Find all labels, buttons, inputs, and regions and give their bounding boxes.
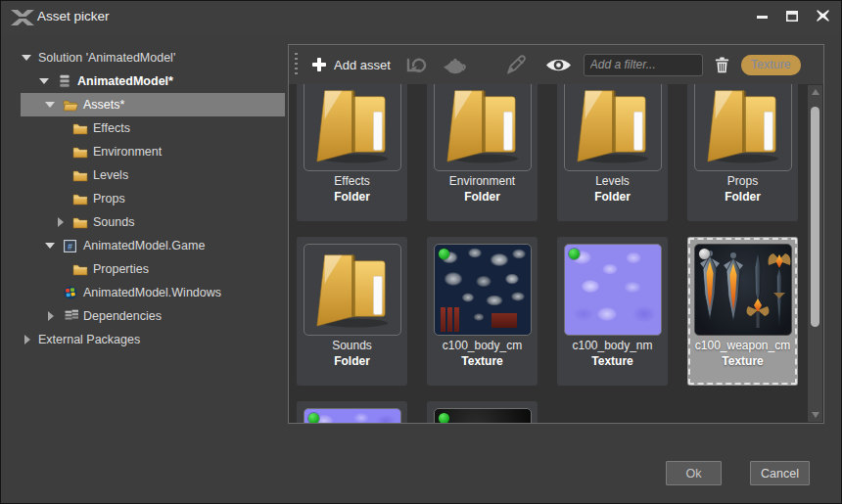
folder-icon (71, 215, 88, 229)
folder-icon (71, 121, 88, 135)
add-asset-button[interactable]: Add asset (308, 55, 394, 74)
maximize-icon[interactable] (785, 9, 799, 23)
folder-icon (71, 145, 88, 159)
tree-item-solution[interactable]: Solution 'AnimatedModel' (21, 46, 285, 69)
tree-item-dependencies[interactable]: Dependencies (21, 304, 285, 328)
view-options-button[interactable] (542, 55, 575, 75)
title-bar[interactable]: Asset picker (1, 1, 841, 34)
folder-icon (71, 168, 88, 182)
csharp-project-icon: # (62, 240, 78, 252)
asset-grid: Effects Folder Environment Folder Levels… (289, 84, 807, 423)
asset-toolbar: Add asset (289, 45, 823, 84)
folder-icon (309, 250, 396, 330)
references-icon (62, 309, 78, 323)
expand-icon[interactable] (21, 333, 34, 346)
svg-text:#: # (68, 241, 72, 251)
teapot-icon (443, 55, 469, 74)
import-icon (405, 55, 428, 74)
teapot-button[interactable] (440, 53, 472, 76)
folder-icon (309, 85, 396, 165)
asset-tile-c100-body-nm[interactable]: c100_body_nm Texture (557, 237, 668, 386)
vertical-scrollbar[interactable] (808, 85, 822, 422)
minimize-icon[interactable] (755, 9, 769, 23)
collapse-icon[interactable] (44, 239, 58, 252)
tree-item-props[interactable]: Props (21, 187, 285, 210)
folder-icon (71, 192, 88, 206)
tree-item-animatedmodel-windows[interactable]: AnimatedModel.Windows (21, 281, 285, 304)
asset-tile-c100-weapon-cm[interactable]: c100_weapon_cm Texture (687, 237, 798, 386)
close-icon[interactable] (816, 9, 829, 23)
ok-button[interactable]: Ok (666, 461, 722, 485)
folder-icon (700, 85, 786, 165)
import-asset-button[interactable] (402, 53, 431, 76)
asset-tile-props[interactable]: Props Folder (687, 84, 798, 221)
stride-logo-icon (10, 8, 35, 27)
collapse-icon[interactable] (38, 74, 52, 88)
asset-tile-sounds[interactable]: Sounds Folder (297, 237, 407, 386)
folder-thumbnail (694, 84, 792, 171)
clear-filter-button[interactable] (712, 55, 732, 75)
collapse-icon[interactable] (21, 51, 34, 65)
filter-input[interactable] (584, 54, 703, 76)
status-dot-icon (439, 249, 449, 259)
folder-icon (440, 85, 526, 165)
pencil-icon (505, 55, 529, 75)
toolbar-grip[interactable] (295, 53, 298, 76)
folder-thumbnail (434, 84, 532, 171)
eye-icon (545, 57, 572, 73)
plus-icon (311, 57, 327, 72)
filter-tag-texture[interactable]: Texture (741, 55, 801, 75)
folder-thumbnail (564, 84, 662, 171)
asset-tile-partial-1[interactable] (297, 401, 407, 423)
asset-tile-c100-body-cm[interactable]: c100_body_cm Texture (427, 237, 538, 386)
status-dot-icon (439, 413, 449, 423)
package-icon (56, 74, 72, 88)
scroll-down-icon[interactable] (808, 408, 822, 422)
window-controls (755, 9, 829, 23)
tree-item-environment[interactable]: Environment (21, 140, 285, 163)
tree-item-sounds[interactable]: Sounds (21, 210, 285, 234)
folder-open-icon (62, 98, 78, 112)
folder-icon (570, 85, 656, 165)
asset-tile-effects[interactable]: Effects Folder (297, 84, 407, 221)
cancel-button[interactable]: Cancel (750, 461, 810, 485)
texture-thumbnail (304, 408, 401, 423)
windows-icon (62, 286, 78, 299)
folder-thumbnail (304, 244, 401, 336)
tree-item-levels[interactable]: Levels (21, 163, 285, 187)
tree-item-external-packages[interactable]: External Packages (21, 328, 285, 351)
solution-tree: Solution 'AnimatedModel' AnimatedModel* … (21, 46, 285, 351)
expand-icon[interactable] (44, 309, 58, 323)
collapse-icon[interactable] (44, 98, 58, 112)
weapons-texture-image (695, 246, 791, 334)
asset-tile-environment[interactable]: Environment Folder (427, 84, 538, 221)
expand-icon[interactable] (54, 215, 68, 229)
scroll-up-icon[interactable] (808, 85, 822, 99)
tree-item-animatedmodel-game[interactable]: # AnimatedModel.Game (21, 234, 285, 257)
tree-item-properties[interactable]: Properties (21, 257, 285, 281)
tree-item-assets[interactable]: Assets* (21, 93, 285, 116)
tree-item-animatedmodel[interactable]: AnimatedModel* (21, 69, 285, 93)
texture-thumbnail (694, 244, 792, 336)
texture-thumbnail (434, 408, 532, 423)
asset-tile-levels[interactable]: Levels Folder (557, 84, 668, 221)
folder-thumbnail (304, 84, 401, 171)
asset-panel: Add asset (288, 44, 824, 424)
trash-icon (715, 57, 729, 73)
folder-icon (71, 262, 88, 276)
texture-thumbnail (434, 244, 532, 336)
status-dot-icon (308, 413, 319, 423)
asset-tile-partial-2[interactable] (427, 401, 538, 423)
window-title: Asset picker (37, 9, 110, 23)
asset-picker-dialog: Asset picker Solution 'AnimatedModel' An… (0, 0, 842, 504)
status-dot-icon (569, 249, 580, 259)
tree-item-effects[interactable]: Effects (21, 116, 285, 140)
status-dot-icon (699, 249, 710, 259)
scrollbar-thumb[interactable] (811, 107, 819, 327)
edit-button[interactable] (502, 53, 532, 77)
texture-thumbnail (564, 244, 662, 336)
